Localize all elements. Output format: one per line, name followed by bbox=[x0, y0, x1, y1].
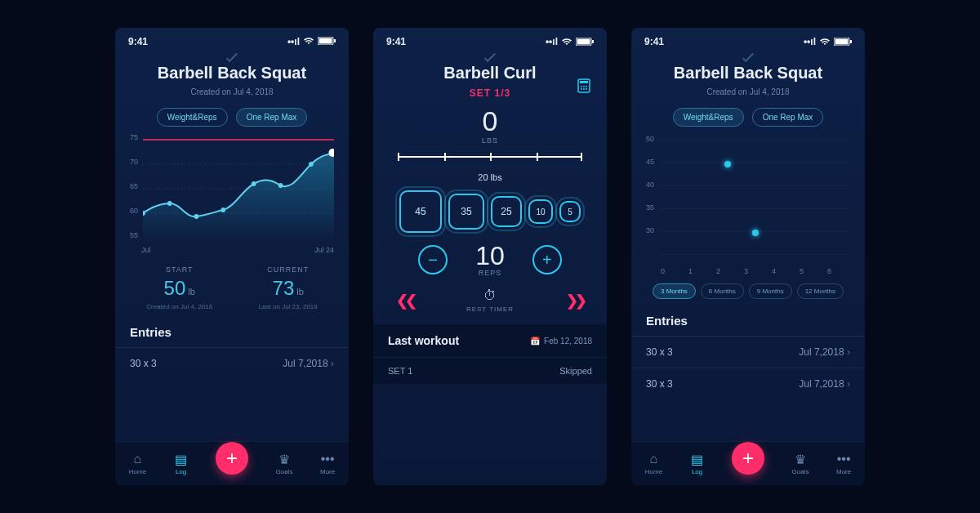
scatter-chart: 50 45 40 35 30 0 1 2 3 4 5 6 bbox=[646, 135, 850, 275]
svg-point-13 bbox=[309, 162, 314, 167]
svg-point-10 bbox=[220, 207, 225, 212]
nav-more[interactable]: •••More bbox=[320, 452, 335, 475]
weight-slider[interactable] bbox=[398, 151, 582, 169]
add-button[interactable]: + bbox=[732, 442, 764, 475]
weight-unit: LBS bbox=[373, 136, 607, 145]
calendar-icon: 📅 bbox=[530, 337, 540, 346]
tab-one-rep-max[interactable]: One Rep Max bbox=[236, 108, 308, 127]
range-6m[interactable]: 6 Months bbox=[701, 283, 744, 299]
home-icon: ⌂ bbox=[130, 452, 145, 466]
slider-readout: 20 lbs bbox=[373, 172, 607, 182]
reps-display: 10 REPS bbox=[475, 243, 505, 277]
page-subtitle: Created on Jul 4, 2018 bbox=[115, 87, 349, 96]
svg-rect-1 bbox=[319, 38, 332, 44]
svg-rect-19 bbox=[580, 81, 588, 83]
page-subtitle: Created on Jul 4, 2018 bbox=[631, 87, 865, 96]
home-icon: ⌂ bbox=[646, 452, 661, 466]
calculator-icon[interactable] bbox=[577, 78, 590, 96]
tab-weight-reps[interactable]: Weight&Reps bbox=[157, 108, 228, 127]
status-icons: ••ıl bbox=[287, 36, 336, 47]
svg-point-12 bbox=[278, 183, 283, 188]
status-time: 9:41 bbox=[128, 36, 148, 47]
plus-icon: + bbox=[742, 447, 754, 470]
data-point bbox=[752, 230, 759, 236]
bottom-nav: ⌂Home ▤Log + ♛Goals •••More bbox=[115, 441, 349, 485]
screen-log-set: 9:41 ••ıl Barbell Curl SET 1/3 0 LBS 20 … bbox=[373, 28, 607, 485]
svg-point-9 bbox=[194, 214, 199, 219]
battery-icon bbox=[318, 36, 336, 47]
last-workout-heading: Last workout bbox=[388, 334, 459, 347]
decrement-button[interactable]: − bbox=[418, 245, 448, 274]
log-icon: ▤ bbox=[174, 452, 189, 466]
line-chart: 75 70 65 60 55 Jul Jul 24 bbox=[130, 135, 334, 241]
svg-point-23 bbox=[581, 88, 582, 90]
svg-rect-2 bbox=[334, 39, 336, 42]
entries-heading: Entries bbox=[646, 314, 850, 328]
plate-5[interactable]: 5 bbox=[559, 201, 581, 222]
svg-rect-17 bbox=[592, 40, 594, 43]
entry-row[interactable]: 30 x 3Jul 7,2018 bbox=[115, 348, 349, 379]
plate-selector: 45 35 25 10 5 bbox=[373, 190, 607, 233]
tab-weight-reps[interactable]: Weight&Reps bbox=[673, 108, 744, 127]
plate-45[interactable]: 45 bbox=[399, 190, 442, 233]
svg-point-11 bbox=[252, 181, 256, 186]
nav-more[interactable]: •••More bbox=[836, 452, 851, 475]
svg-rect-28 bbox=[850, 40, 852, 43]
minus-icon: − bbox=[428, 251, 438, 270]
range-3m[interactable]: 3 Months bbox=[653, 283, 696, 299]
stat-current: CURRENT 73lb Last on Jul 23, 2018 bbox=[259, 265, 318, 310]
svg-rect-27 bbox=[835, 39, 849, 45]
nav-home[interactable]: ⌂Home bbox=[129, 452, 146, 475]
tab-one-rep-max[interactable]: One Rep Max bbox=[752, 108, 824, 127]
data-point bbox=[724, 161, 731, 167]
nav-home[interactable]: ⌂Home bbox=[645, 452, 662, 475]
more-icon: ••• bbox=[836, 452, 851, 466]
svg-point-8 bbox=[167, 201, 172, 206]
plus-icon: + bbox=[542, 251, 552, 270]
svg-point-24 bbox=[583, 88, 585, 90]
signal-icon: ••ıl bbox=[287, 36, 300, 47]
last-set-row: SET 1Skipped bbox=[373, 357, 607, 384]
wifi-icon bbox=[303, 36, 314, 47]
goals-icon: ♛ bbox=[277, 452, 292, 466]
range-12m[interactable]: 12 Months bbox=[797, 283, 844, 299]
collapse-handle[interactable] bbox=[373, 54, 607, 59]
rest-timer-button[interactable]: ⏱ REST TIMER bbox=[466, 288, 514, 313]
status-time: 9:41 bbox=[644, 36, 664, 47]
weight-value: 0 bbox=[373, 107, 607, 135]
entry-row[interactable]: 30 x 3Jul 7,2018 bbox=[631, 368, 865, 399]
status-time: 9:41 bbox=[386, 36, 406, 47]
entry-row[interactable]: 30 x 3Jul 7,2018 bbox=[631, 337, 865, 368]
svg-point-22 bbox=[586, 86, 587, 87]
last-workout-date: 📅Feb 12, 2018 bbox=[530, 337, 592, 346]
plate-25[interactable]: 25 bbox=[491, 196, 522, 227]
nav-goals[interactable]: ♛Goals bbox=[276, 452, 293, 475]
collapse-handle[interactable] bbox=[631, 54, 865, 59]
plate-10[interactable]: 10 bbox=[528, 199, 553, 224]
add-button[interactable]: + bbox=[216, 442, 248, 475]
status-bar: 9:41 ••ıl bbox=[631, 28, 865, 52]
screen-progress: 9:41 ••ıl Barbell Back Squat Created on … bbox=[115, 28, 349, 485]
range-9m[interactable]: 9 Months bbox=[749, 283, 792, 299]
svg-rect-16 bbox=[577, 39, 590, 45]
goals-icon: ♛ bbox=[793, 452, 808, 466]
svg-point-25 bbox=[586, 88, 587, 90]
plus-icon: + bbox=[226, 447, 238, 470]
next-set-button[interactable]: ❯❯ bbox=[566, 292, 584, 310]
svg-point-20 bbox=[581, 86, 582, 87]
page-title: Barbell Curl bbox=[373, 64, 607, 83]
collapse-handle[interactable] bbox=[115, 54, 349, 59]
nav-goals[interactable]: ♛Goals bbox=[792, 452, 809, 475]
page-title: Barbell Back Squat bbox=[115, 64, 349, 83]
prev-set-button[interactable]: ❮❮ bbox=[396, 292, 414, 310]
timer-icon: ⏱ bbox=[466, 288, 514, 303]
bottom-nav: ⌂Home ▤Log + ♛Goals •••More bbox=[631, 441, 865, 485]
increment-button[interactable]: + bbox=[532, 245, 562, 274]
screen-history: 9:41 ••ıl Barbell Back Squat Created on … bbox=[631, 28, 865, 485]
status-bar: 9:41 ••ıl bbox=[115, 28, 349, 52]
nav-log[interactable]: ▤Log bbox=[174, 452, 189, 475]
nav-log[interactable]: ▤Log bbox=[690, 452, 705, 475]
set-indicator: SET 1/3 bbox=[373, 87, 607, 99]
plate-35[interactable]: 35 bbox=[448, 194, 484, 230]
svg-point-21 bbox=[583, 86, 585, 87]
